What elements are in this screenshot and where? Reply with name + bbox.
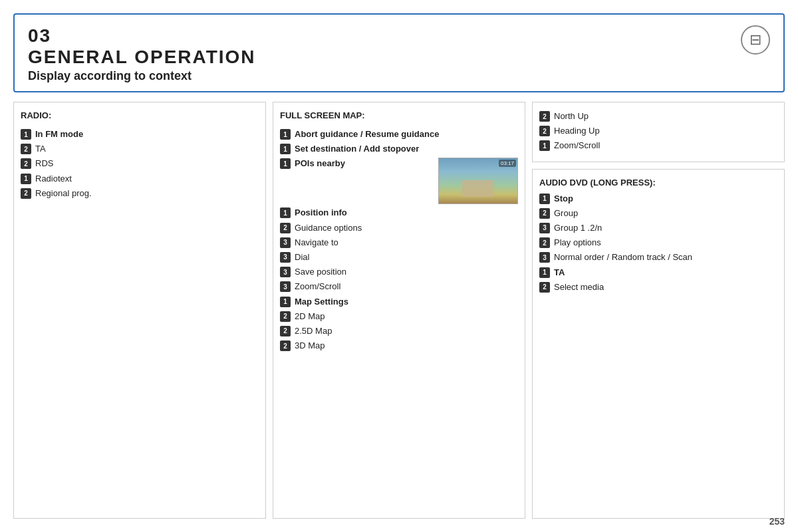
chapter-number: 03 [28,25,256,47]
item-label: Regional prog. [35,188,92,200]
map-panel: FULL SCREEN MAP: 1Abort guidance / Resum… [273,102,525,519]
list-item: 2North Up [539,110,777,122]
list-item: 2Select media [539,281,777,293]
level-badge: 1 [280,144,291,154]
list-item: 2TA [21,143,259,155]
content-grid: RADIO: 1In FM mode2TA2RDS1Radiotext2Regi… [13,102,785,519]
item-label: North Up [554,110,589,122]
item-label: Group 1 .2/n [554,222,602,234]
item-label: Position info [295,207,347,219]
item-label: TA [35,143,46,155]
page-number: 253 [769,516,785,527]
radio-list: 1In FM mode2TA2RDS1Radiotext2Regional pr… [21,128,259,202]
list-item: 1Zoom/Scroll [539,140,777,152]
level-badge: 1 [280,158,291,169]
item-label: 3D Map [295,340,325,352]
list-item: 3Zoom/Scroll [280,281,518,293]
list-item: 2RDS [21,158,259,170]
item-label: RDS [35,158,53,170]
level-badge: 3 [280,252,291,263]
item-label: Dial [295,251,309,263]
page-wrapper: 03 GENERAL OPERATION Display according t… [0,0,798,532]
list-item: 3Save position [280,266,518,278]
list-item: 1POIs nearby 03:17 [280,158,518,204]
level-badge: 1 [539,194,550,204]
list-item: 1Position info [280,207,518,219]
audio-dvd-panel: AUDIO DVD (LONG PRESS): 1Stop2Group3Grou… [532,169,785,519]
list-item: 1Stop [539,193,777,205]
list-item: 1Map Settings [280,296,518,308]
level-badge: 2 [21,158,31,169]
map-title: FULL SCREEN MAP: [280,110,518,120]
level-badge: 1 [280,207,291,218]
level-badge: 3 [539,252,550,263]
item-label: Guidance options [295,222,362,234]
audio-dvd-title: AUDIO DVD (LONG PRESS): [539,178,777,188]
radio-panel: RADIO: 1In FM mode2TA2RDS1Radiotext2Regi… [13,102,266,519]
header-text: 03 GENERAL OPERATION Display according t… [28,25,256,83]
map-list: 1Abort guidance / Resume guidance1Set de… [280,128,518,354]
level-badge: 2 [21,144,31,154]
header-subtitle: Display according to context [28,69,256,83]
item-label: Select media [554,281,604,293]
level-badge: 2 [539,237,550,248]
level-badge: 3 [280,267,291,277]
list-item: 1Abort guidance / Resume guidance [280,128,518,140]
level-badge: 1 [280,129,291,140]
thumb-time: 03:17 [499,160,516,167]
level-badge: 2 [280,340,291,351]
list-item: 1Set destination / Add stopover [280,143,518,155]
list-item: 2Regional prog. [21,188,259,200]
level-badge: 1 [539,267,550,278]
page-header: 03 GENERAL OPERATION Display according t… [13,13,785,92]
menu-icon: ⊟ [741,25,770,55]
list-item: 1In FM mode [21,128,259,140]
list-item: 2Guidance options [280,222,518,234]
level-badge: 2 [280,223,291,233]
item-label: Map Settings [295,296,348,308]
item-label: Set destination / Add stopover [295,143,419,155]
list-item: 2Play options [539,237,777,249]
level-badge: 2 [539,126,550,136]
list-item: 3Group 1 .2/n [539,222,777,234]
right-col: 2North Up2Heading Up1Zoom/Scroll AUDIO D… [532,102,785,519]
level-badge: 2 [21,188,31,199]
item-label: Save position [295,266,346,278]
item-label: Stop [554,193,573,205]
level-badge: 2 [539,208,550,219]
item-label: POIs nearby [295,158,345,168]
item-label: Heading Up [554,125,600,137]
list-item: 2Heading Up [539,125,777,137]
level-badge: 1 [280,297,291,307]
item-label: 2.5D Map [295,325,332,337]
item-label: TA [554,267,565,279]
level-badge: 2 [539,111,550,122]
header-title: GENERAL OPERATION [28,47,256,68]
level-badge: 3 [539,223,550,233]
list-item: 22D Map [280,311,518,323]
map-options-panel: 2North Up2Heading Up1Zoom/Scroll [532,102,785,162]
item-label: Play options [554,237,601,249]
list-item: 1TA [539,267,777,279]
item-label: 2D Map [295,311,325,323]
level-badge: 1 [539,140,550,151]
map-thumbnail: 03:17 [438,158,518,204]
level-badge: 2 [280,311,291,322]
fullscreen-top-list: 2North Up2Heading Up1Zoom/Scroll [539,110,777,152]
item-label: Zoom/Scroll [295,281,340,293]
list-item: 3Normal order / Random track / Scan [539,251,777,263]
level-badge: 1 [21,174,31,184]
list-item: 3Navigate to [280,237,518,249]
item-label: Group [554,207,578,219]
level-badge: 3 [280,237,291,248]
item-label: Zoom/Scroll [554,140,600,152]
audio-dvd-list: 1Stop2Group3Group 1 .2/n2Play options3No… [539,193,777,293]
item-label: Abort guidance / Resume guidance [295,128,439,140]
list-item: 1Radiotext [21,173,259,185]
radio-title: RADIO: [21,110,259,120]
level-badge: 1 [21,129,31,140]
list-item: 22.5D Map [280,325,518,337]
item-label: Navigate to [295,237,338,249]
list-item: 23D Map [280,340,518,352]
item-label: Radiotext [35,173,72,185]
